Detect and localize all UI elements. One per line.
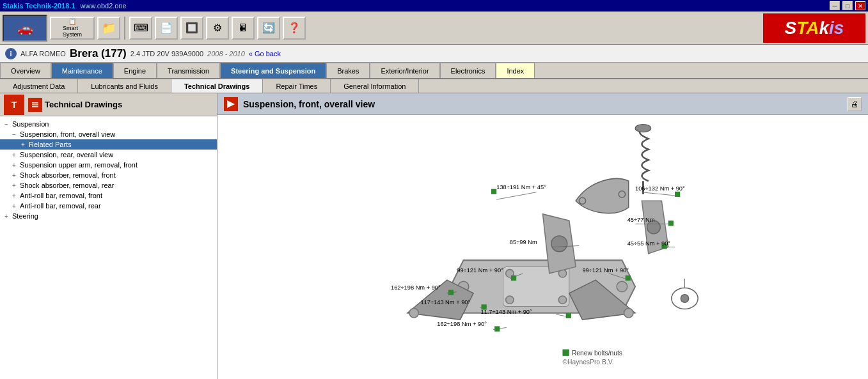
tree-item-shock-front[interactable]: + Shock absorber, removal, front (0, 170, 217, 180)
svg-point-7 (635, 124, 651, 132)
subtab-adjustment[interactable]: Adjustment Data (0, 79, 78, 93)
folder-button[interactable]: 📁 (97, 17, 120, 40)
svg-point-17 (558, 296, 566, 304)
sidebar-icon: T (4, 95, 24, 115)
svg-text:©HaynesPro B.V.: ©HaynesPro B.V. (562, 359, 613, 366)
panel-toolbar: 🖨 (848, 97, 862, 111)
tree-item-suspension-root[interactable]: − Suspension (0, 119, 217, 129)
svg-rect-26 (491, 189, 496, 194)
sidebar: T Technical Drawings − Suspens (0, 93, 217, 379)
tree-item-suspension-rear[interactable]: + Suspension, rear, overall view (0, 150, 217, 160)
tab-maintenance[interactable]: Maintenance (51, 63, 113, 78)
tab-steering-suspension[interactable]: Steering and Suspension (220, 63, 326, 78)
svg-text:T: T (12, 100, 17, 110)
main-panel: Suspension, front, overall view 🖨 (217, 93, 868, 379)
expand-icon: + (10, 162, 18, 169)
svg-rect-32 (668, 220, 674, 226)
smart-button[interactable]: 📋 SmartSystem (50, 17, 95, 40)
panel-header-icon (224, 97, 238, 111)
tree-item-related-parts[interactable]: + Related Parts (0, 139, 217, 150)
tool2-button[interactable]: 📄 (155, 17, 178, 40)
tree-item-shock-rear[interactable]: + Shock absorber, removal, rear (0, 180, 217, 190)
subtab-technical-drawings[interactable]: Technical Drawings (171, 79, 264, 93)
main-tabs: Overview Maintenance Engine Transmission… (0, 63, 868, 79)
tree-item-antiroll-front[interactable]: + Anti-roll bar, removal, front (0, 190, 217, 201)
svg-rect-55 (494, 326, 500, 331)
expand-icon: + (3, 213, 10, 220)
svg-text:11.7÷143 Nm + 90°: 11.7÷143 Nm + 90° (480, 309, 532, 315)
svg-point-18 (409, 309, 418, 318)
expand-icon: + (10, 192, 18, 199)
tree-label: Anti-roll bar, removal, front (20, 192, 102, 199)
info-icon: i (5, 48, 17, 59)
toolbar: 🚗 📋 SmartSystem 📁 ⌨ 📄 🔲 ⚙ 🖩 🔄 ❓ STAkis (0, 12, 868, 45)
maximize-button[interactable]: □ (842, 1, 853, 10)
tree-label: Suspension, rear, overall view (20, 151, 113, 159)
tab-engine[interactable]: Engine (113, 63, 157, 78)
tab-brakes[interactable]: Brakes (326, 63, 370, 78)
vehicle-engine: 2.4 JTD 20V 939A9000 (130, 50, 203, 58)
print-button[interactable]: 🖨 (848, 97, 862, 111)
tree-label: Shock absorber, removal, front (20, 171, 116, 179)
panel-header: Suspension, front, overall view 🖨 (217, 93, 868, 115)
svg-point-19 (624, 309, 633, 318)
tool4-button[interactable]: ⚙ (206, 17, 229, 40)
brand-logo: STAkis (763, 13, 865, 43)
tree-item-steering-root[interactable]: + Steering (0, 211, 217, 221)
app-url: www.obd2.one (81, 2, 127, 10)
svg-text:85÷99 Nm: 85÷99 Nm (510, 239, 537, 245)
expand-icon: + (10, 172, 18, 179)
go-back-link[interactable]: « Go back (249, 50, 281, 58)
tree-label: Suspension upper arm, removal, front (20, 161, 138, 169)
tree-label: Shock absorber, removal, rear (20, 182, 114, 189)
close-button[interactable]: ✕ (855, 1, 865, 10)
tree-item-antiroll-rear[interactable]: + Anti-roll bar, removal, rear (0, 201, 217, 211)
svg-point-20 (551, 236, 567, 252)
svg-point-23 (681, 295, 688, 302)
suspension-diagram: 138÷191 Nm + 45° 106÷132 Nm + 90° 45÷77 … (217, 115, 868, 379)
expand-icon: + (10, 151, 18, 159)
svg-point-13 (617, 281, 627, 292)
tool3-button[interactable]: 🔲 (180, 17, 203, 40)
vehicle-years: 2008 - 2010 (207, 50, 245, 58)
car-icon: 🚗 (3, 15, 47, 42)
sidebar-title: Technical Drawings (45, 100, 122, 109)
tab-exterior-interior[interactable]: Exterior/Interior (370, 63, 439, 78)
tree-label: Suspension (12, 120, 49, 128)
svg-line-51 (556, 314, 565, 316)
tree-label: Related Parts (29, 141, 72, 148)
svg-text:138÷191 Nm + 45°: 138÷191 Nm + 45° (496, 184, 546, 190)
expand-icon: − (3, 121, 10, 128)
svg-text:45÷77 Nm: 45÷77 Nm (627, 217, 655, 223)
vehicle-brand: ALFA ROMEO (20, 50, 66, 58)
tab-electronics[interactable]: Electronics (440, 63, 496, 78)
diagram-area: 138÷191 Nm + 45° 106÷132 Nm + 90° 45÷77 … (217, 115, 868, 379)
svg-text:Renew bolts/nuts: Renew bolts/nuts (572, 350, 622, 357)
tab-overview[interactable]: Overview (0, 63, 51, 78)
expand-icon: + (10, 203, 18, 210)
svg-marker-6 (227, 100, 235, 108)
titlebar: Stakis Technik-2018.1 www.obd2.one ─ □ ✕ (0, 0, 868, 12)
tool5-button[interactable]: 🖩 (232, 17, 255, 40)
tool1-button[interactable]: ⌨ (129, 17, 152, 40)
tree-item-suspension-front[interactable]: − Suspension, front, overall view (0, 129, 217, 139)
tab-index[interactable]: Index (496, 63, 535, 78)
subtab-lubricants[interactable]: Lubricants and Fluids (78, 79, 171, 93)
tool7-button[interactable]: ❓ (283, 17, 306, 40)
sub-tabs: Adjustment Data Lubricants and Fluids Te… (0, 79, 868, 93)
tree-label: Steering (12, 212, 38, 220)
tree-item-suspension-upper-arm[interactable]: + Suspension upper arm, removal, front (0, 160, 217, 170)
subtab-general-info[interactable]: General Information (331, 79, 419, 93)
svg-rect-57 (562, 350, 569, 356)
expand-icon: + (19, 141, 27, 148)
svg-text:45÷55 Nm + 90°: 45÷55 Nm + 90° (627, 240, 671, 247)
stakis-text: STAkis (785, 18, 844, 38)
tree-label: Anti-roll bar, removal, rear (20, 202, 101, 210)
expand-icon: + (10, 182, 18, 189)
subtab-repair-times[interactable]: Repair Times (263, 79, 331, 93)
minimize-button[interactable]: ─ (830, 1, 840, 10)
tab-transmission[interactable]: Transmission (157, 63, 220, 78)
tool6-button[interactable]: 🔄 (257, 17, 280, 40)
svg-text:162÷198 Nm + 90°: 162÷198 Nm + 90° (437, 321, 487, 327)
svg-point-16 (506, 296, 514, 304)
